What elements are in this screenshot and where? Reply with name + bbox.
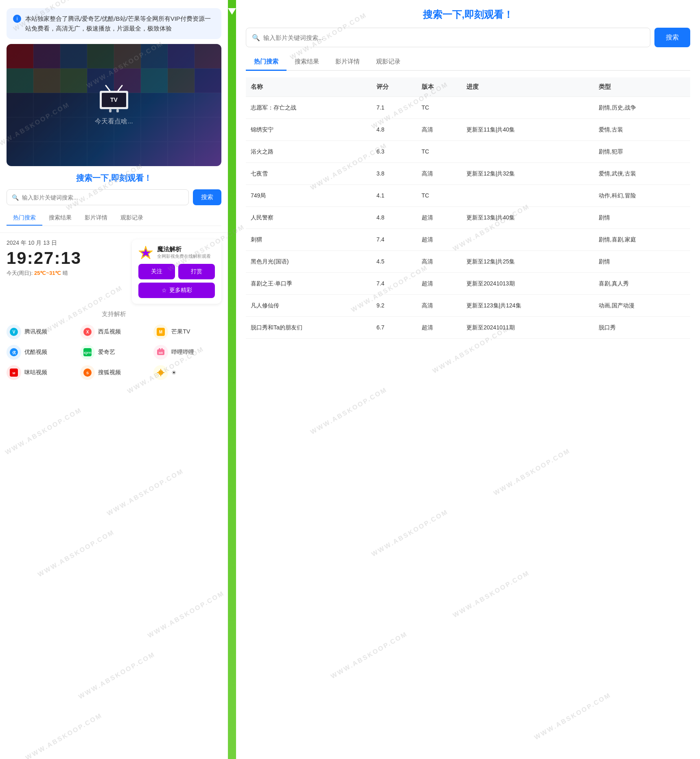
left-tab-hot-search[interactable]: 热门搜索 (7, 211, 42, 226)
platform-migu[interactable]: M 咪咕视频 (7, 365, 74, 380)
platform-iqiyi[interactable]: iQIYI 爱奇艺 (80, 345, 148, 360)
tencent-icon: V (7, 325, 21, 339)
right-search-input[interactable] (263, 34, 644, 41)
tv-logo-container: TV 今天看点啥... (95, 85, 133, 126)
cell-version: TC (417, 185, 462, 207)
svg-text:bili: bili (159, 351, 163, 354)
cell-score: 6.3 (372, 141, 417, 163)
left-tab-history[interactable]: 观影记录 (114, 211, 150, 226)
magic-more-btn[interactable]: ☆ 更多精彩 (138, 283, 215, 298)
magic-title: 魔法解析 (157, 246, 211, 253)
migu-icon: M (7, 365, 21, 380)
cell-version: 超清 (417, 273, 462, 295)
right-tab-hot[interactable]: 热门搜索 (246, 54, 287, 71)
cell-version: 高清 (417, 163, 462, 185)
table-row[interactable]: 脱口秀和Ta的朋友们6.7超清更新至20241011期脱口秀 (246, 317, 690, 339)
cell-progress: 更新至123集|共124集 (462, 295, 593, 317)
magic-title-area: 魔法解析 全网影视免费在线解析观看 (157, 246, 211, 259)
cell-name: 749局 (246, 185, 372, 207)
magic-tip-btn[interactable]: 打赏 (178, 264, 215, 279)
bilibili-label: 哔哩哔哩 (171, 349, 194, 356)
cell-score: 9.2 (372, 295, 417, 317)
tv-banner: TV 今天看点啥... (7, 44, 221, 166)
clock-magic-section: 2024 年 10 月 13 日 19:27:13 今天(周日): 25℃~31… (0, 233, 228, 310)
cell-type: 爱情,古装 (594, 119, 690, 141)
magic-header: 魔法解析 全网影视免费在线解析观看 (138, 245, 215, 260)
platform-youku[interactable]: 优 优酷视频 (7, 345, 74, 360)
left-search-title: 搜索一下,即刻观看！ (7, 173, 221, 184)
platform-xigua[interactable]: X 西瓜视频 (80, 325, 148, 339)
clock-day-label: 今天(周日): (7, 270, 33, 276)
iqiyi-icon: iQIYI (80, 345, 95, 360)
table-row[interactable]: 志愿军：存亡之战7.1TC剧情,历史,战争 (246, 97, 690, 119)
table-row[interactable]: 七夜雪3.8高清更新至12集|共32集爱情,武侠,古装 (246, 163, 690, 185)
right-tab-detail[interactable]: 影片详情 (327, 54, 368, 71)
platform-tencent[interactable]: V 腾讯视频 (7, 325, 74, 339)
col-type: 类型 (594, 77, 690, 97)
mango-icon: M (153, 325, 168, 339)
magic-subtitle: 全网影视免费在线解析观看 (157, 253, 211, 259)
platform-mango[interactable]: M 芒果TV (153, 325, 221, 339)
svg-rect-5 (109, 109, 112, 112)
support-title: 支持解析 (7, 310, 221, 318)
table-row[interactable]: 黑色月光(国语)4.5高清更新至12集|共25集剧情 (246, 251, 690, 273)
table-row[interactable]: 人民警察4.8超清更新至13集|共40集剧情 (246, 207, 690, 229)
platform-grid: V 腾讯视频 X 西瓜视频 M 芒果TV 优 优酷视频 (7, 325, 221, 380)
table-row[interactable]: 浴火之路6.3TC剧情,犯罪 (246, 141, 690, 163)
table-row[interactable]: 刺猬7.4超清剧情,喜剧,家庭 (246, 229, 690, 251)
right-search-input-wrap[interactable]: 🔍 (246, 28, 650, 47)
right-search-bar: 🔍 搜索 (246, 28, 690, 47)
left-tab-search-result[interactable]: 搜索结果 (42, 211, 78, 226)
table-row[interactable]: 749局4.1TC动作,科幻,冒险 (246, 185, 690, 207)
cell-type: 剧情,喜剧,家庭 (594, 229, 690, 251)
platform-bilibili[interactable]: bili 哔哩哔哩 (153, 345, 221, 360)
support-section: 支持解析 V 腾讯视频 X 西瓜视频 M 芒果TV (0, 310, 228, 386)
cell-score: 7.4 (372, 273, 417, 295)
cell-type: 剧情 (594, 207, 690, 229)
right-tab-results[interactable]: 搜索结果 (287, 54, 327, 71)
cell-progress: 更新至20241013期 (462, 273, 593, 295)
svg-point-21 (161, 348, 163, 350)
cell-type: 脱口秀 (594, 317, 690, 339)
clock-time: 19:27:13 (7, 248, 132, 268)
sohu-icon: S (80, 365, 95, 380)
cell-type: 动画,国产动漫 (594, 295, 690, 317)
right-search-button[interactable]: 搜索 (654, 28, 690, 47)
table-row[interactable]: 锦绣安宁4.8高清更新至11集|共40集爱情,古装 (246, 119, 690, 141)
left-search-button[interactable]: 搜索 (193, 189, 221, 205)
svg-line-3 (118, 86, 122, 91)
platform-sohu[interactable]: S 搜狐视频 (80, 365, 148, 380)
left-search-input[interactable] (22, 194, 184, 201)
col-name: 名称 (246, 77, 372, 97)
table-row[interactable]: 喜剧之王·单口季7.4超清更新至20241013期喜剧,真人秀 (246, 273, 690, 295)
platform-sun[interactable]: ☀ (153, 365, 221, 380)
iqiyi-label: 爱奇艺 (98, 349, 115, 356)
cell-name: 人民警察 (246, 207, 372, 229)
cell-version: 超清 (417, 229, 462, 251)
cell-score: 4.8 (372, 119, 417, 141)
cell-version: TC (417, 97, 462, 119)
left-tab-film-detail[interactable]: 影片详情 (78, 211, 114, 226)
right-tab-history[interactable]: 观影记录 (368, 54, 409, 71)
col-progress: 进度 (462, 77, 593, 97)
right-title: 搜索一下,即刻观看！ (246, 8, 690, 21)
mango-label: 芒果TV (171, 328, 190, 336)
col-score: 评分 (372, 77, 417, 97)
content-table: 名称 评分 版本 进度 类型 志愿军：存亡之战7.1TC剧情,历史,战争锦绣安宁… (246, 77, 690, 339)
magic-follow-btn[interactable]: 关注 (138, 264, 175, 279)
migu-label: 咪咕视频 (24, 369, 47, 376)
clock-date: 2024 年 10 月 13 日 (7, 239, 132, 247)
cell-type: 爱情,武侠,古装 (594, 163, 690, 185)
cell-type: 剧情,犯罪 (594, 141, 690, 163)
cell-score: 6.7 (372, 317, 417, 339)
left-panel: i 本站独家整合了腾讯/爱奇艺/优酷/B站/芒果等全网所有VIP付费资源一站免费… (0, 0, 228, 759)
cell-version: 超清 (417, 317, 462, 339)
bilibili-icon: bili (153, 345, 168, 360)
svg-text:X: X (86, 330, 89, 334)
cell-name: 喜剧之王·单口季 (246, 273, 372, 295)
svg-point-27 (158, 370, 163, 375)
left-search-bar: 🔍 搜索 (7, 189, 221, 205)
svg-point-20 (159, 348, 160, 350)
table-row[interactable]: 凡人修仙传9.2高清更新至123集|共124集动画,国产动漫 (246, 295, 690, 317)
left-search-input-wrap[interactable]: 🔍 (7, 189, 189, 205)
